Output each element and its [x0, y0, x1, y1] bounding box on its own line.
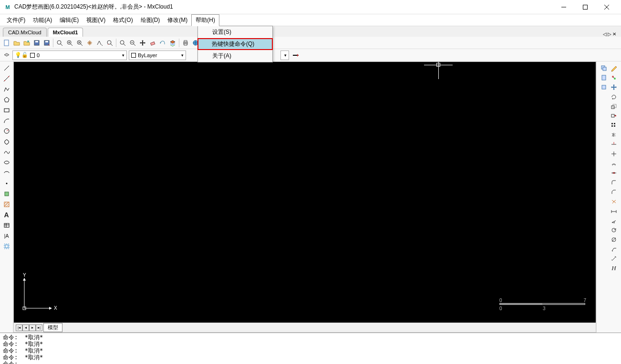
- command-window[interactable]: 命令: *取消* 命令: *取消* 命令: *取消* 命令: *取消* 命令:: [0, 333, 621, 364]
- text-tool-icon[interactable]: A: [2, 210, 11, 219]
- maximize-button[interactable]: [574, 0, 596, 14]
- array-icon[interactable]: [609, 121, 619, 130]
- doc-tab-active[interactable]: MxCloud1: [48, 28, 83, 37]
- edit-icon[interactable]: [609, 63, 619, 72]
- chamfer-icon[interactable]: [609, 187, 619, 196]
- layout-prev-icon[interactable]: ◂: [22, 324, 29, 331]
- layout-last-icon[interactable]: ▸|: [36, 324, 42, 331]
- linetype-preview-icon[interactable]: [291, 51, 300, 60]
- construction-line-icon[interactable]: [2, 74, 11, 83]
- menu-draw[interactable]: 绘图(D): [137, 15, 164, 26]
- save-as-icon[interactable]: [42, 38, 52, 48]
- svg-point-10: [57, 40, 61, 44]
- circle-tool-icon[interactable]: [2, 126, 11, 135]
- model-tab[interactable]: 模型: [43, 323, 62, 332]
- open-cloud-icon[interactable]: [22, 38, 31, 48]
- regen-icon[interactable]: [118, 38, 127, 48]
- fillet-icon[interactable]: [609, 178, 619, 187]
- menu-item-hotkeys[interactable]: 热键快捷命令(Q): [197, 38, 273, 50]
- block-insert-icon[interactable]: [2, 189, 11, 198]
- table-tool-icon[interactable]: [2, 221, 11, 230]
- menu-help[interactable]: 帮助(H): [191, 14, 219, 26]
- menu-modify[interactable]: 修改(M): [164, 15, 191, 26]
- minimize-button[interactable]: [553, 0, 574, 14]
- extend-icon[interactable]: [609, 149, 619, 158]
- layer-combo[interactable]: 💡🔓 0: [12, 51, 127, 60]
- tab-scroll-right-icon[interactable]: ▷: [608, 31, 611, 37]
- tab-close-icon[interactable]: ✕: [612, 31, 616, 37]
- scale-icon[interactable]: [609, 101, 619, 111]
- stretch-icon[interactable]: [609, 111, 619, 120]
- rotate-icon[interactable]: [609, 92, 619, 101]
- erase-icon[interactable]: [148, 38, 157, 48]
- polyline-tool-icon[interactable]: [2, 84, 11, 93]
- trim-icon[interactable]: [609, 140, 619, 149]
- break-icon[interactable]: [609, 168, 619, 177]
- explode-icon[interactable]: [609, 197, 619, 206]
- zoom-window-icon[interactable]: [55, 38, 64, 48]
- tab-scroll-left-icon[interactable]: ◁: [603, 31, 607, 37]
- zoom-realtime-icon[interactable]: [105, 38, 114, 48]
- copy-icon[interactable]: [599, 63, 609, 72]
- lineweight-combo[interactable]: [280, 51, 289, 60]
- spline-tool-icon[interactable]: [2, 147, 11, 156]
- menu-edit[interactable]: 编辑(E): [56, 15, 83, 26]
- dimension-aligned-icon[interactable]: [609, 254, 619, 263]
- zoom-all-icon[interactable]: [128, 38, 137, 48]
- hatch-tool-icon[interactable]: [2, 200, 11, 209]
- paste-icon[interactable]: [599, 73, 609, 82]
- pan-icon[interactable]: [85, 38, 94, 48]
- dimension-angular-icon[interactable]: [609, 216, 619, 225]
- leader-icon[interactable]: [609, 244, 619, 253]
- region-tool-icon[interactable]: [2, 242, 11, 251]
- layout-first-icon[interactable]: |◂: [16, 324, 22, 331]
- print-icon[interactable]: [181, 38, 190, 48]
- svg-rect-4: [4, 40, 9, 46]
- save-icon[interactable]: [32, 38, 41, 48]
- zoom-previous-icon[interactable]: [95, 38, 104, 48]
- menu-item-about[interactable]: 关于(A): [198, 50, 272, 62]
- mtext-tool-icon[interactable]: |A: [2, 231, 11, 240]
- ellipse-tool-icon[interactable]: [2, 158, 11, 167]
- arc-tool-icon[interactable]: [2, 116, 11, 125]
- dimension-radius-icon[interactable]: [609, 225, 619, 234]
- point-tool-icon[interactable]: [2, 179, 11, 188]
- dimension-diameter-icon[interactable]: [609, 235, 619, 244]
- move-tool-icon[interactable]: [609, 82, 619, 91]
- menu-format[interactable]: 格式(O): [109, 15, 136, 26]
- move-icon[interactable]: [138, 38, 147, 48]
- menu-file[interactable]: 文件(F): [3, 15, 29, 26]
- menu-view[interactable]: 视图(V): [83, 15, 109, 26]
- rectangle-tool-icon[interactable]: [2, 105, 11, 114]
- match-props-icon[interactable]: [609, 73, 619, 82]
- layout-tabs: |◂ ◂ ▸ ▸| 模型: [14, 323, 596, 332]
- linetype-combo[interactable]: ByLayer: [129, 51, 186, 60]
- drawing-canvas[interactable]: Y X 07 03: [14, 62, 596, 323]
- menu-function[interactable]: 功能(A): [29, 15, 56, 26]
- cut-icon[interactable]: [599, 82, 609, 91]
- layout-next-icon[interactable]: ▸: [29, 324, 36, 331]
- polygon-tool-icon[interactable]: [2, 95, 11, 104]
- close-button[interactable]: [596, 0, 617, 14]
- line-tool-icon[interactable]: [2, 63, 11, 72]
- ellipse-arc-icon[interactable]: [2, 168, 11, 177]
- svg-rect-60: [602, 75, 606, 80]
- layer-manager-icon[interactable]: [2, 51, 11, 60]
- layers-icon[interactable]: [168, 38, 177, 48]
- properties-icon[interactable]: H: [609, 263, 619, 273]
- menu-item-settings[interactable]: 设置(S): [198, 26, 272, 38]
- revision-cloud-icon[interactable]: [2, 137, 11, 146]
- svg-line-84: [612, 257, 616, 261]
- svg-line-85: [611, 260, 612, 261]
- undo-icon[interactable]: [158, 38, 167, 48]
- offset-icon[interactable]: [609, 159, 619, 168]
- zoom-extents-icon[interactable]: [75, 38, 84, 48]
- mirror-icon[interactable]: [609, 130, 619, 139]
- doc-tab[interactable]: CAD.MxCloud: [3, 28, 47, 37]
- dimension-linear-icon[interactable]: [609, 206, 619, 215]
- open-file-icon[interactable]: [12, 38, 21, 48]
- svg-point-40: [8, 76, 9, 77]
- new-file-icon[interactable]: [2, 38, 11, 48]
- zoom-in-icon[interactable]: [65, 38, 74, 48]
- modify-toolbar: H: [596, 61, 621, 333]
